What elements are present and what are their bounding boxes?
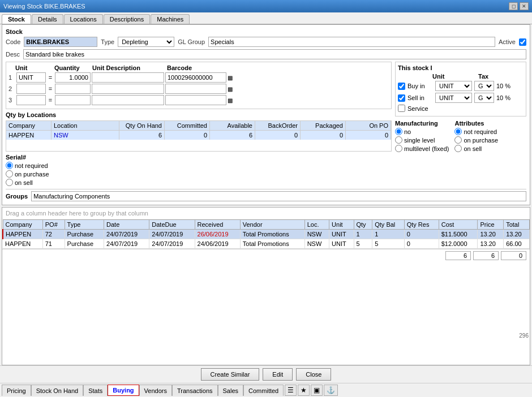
attr-label: Attributes (454, 120, 498, 127)
lower-section: Drag a column header here to group by th… (2, 207, 530, 365)
row2-desc[interactable] (92, 84, 164, 94)
icon-link[interactable]: ⚓ (324, 385, 338, 396)
mfg-multilevel[interactable]: multilevel (fixed) (395, 145, 449, 152)
th-total[interactable]: Total (504, 220, 530, 230)
buy-in-unit-select[interactable]: UNIT (435, 81, 472, 91)
measure-section: Unit Quantity Unit Description Barcode 1… (6, 62, 392, 109)
stock-section-label: Stock (6, 28, 526, 35)
sell-in-tax-select[interactable]: G (474, 93, 494, 103)
row1-qty[interactable] (55, 72, 91, 83)
page-number: 296 (519, 333, 529, 339)
row1-barcode[interactable] (165, 72, 226, 83)
th-qtybal[interactable]: Qty Bal (372, 220, 404, 230)
service-checkbox[interactable] (398, 105, 405, 112)
th-type[interactable]: Type (65, 220, 104, 230)
th-company[interactable]: Company (3, 220, 42, 230)
th-cost[interactable]: Cost (439, 220, 478, 230)
attributes-section: Attributes not required on purchase on s… (454, 120, 498, 153)
mfg-single[interactable]: single level (395, 136, 449, 144)
icon-chart[interactable]: ★ (298, 385, 310, 396)
col-unit-header: Unit (15, 64, 48, 71)
btab-stats[interactable]: Stats (83, 385, 108, 396)
groups-input[interactable]: Manufacturing Components (31, 191, 526, 201)
qty-onhand: 6 (119, 131, 165, 140)
th-unit[interactable]: Unit (329, 220, 354, 230)
manufacturing-section: Manufacturing no single level multilevel… (395, 120, 449, 153)
th-po[interactable]: PO# (42, 220, 65, 230)
code-input[interactable]: BIKE.BRAKES (24, 37, 97, 47)
qty-col-onhand: Qty On Hand (119, 121, 165, 130)
row2-barcode-icon[interactable]: ▩ (228, 86, 233, 92)
btab-stockonhand[interactable]: Stock On Hand (31, 385, 84, 396)
edit-button[interactable]: Edit (263, 368, 293, 381)
tab-machines[interactable]: Machines (151, 14, 190, 24)
sell-in-unit-select[interactable]: UNIT (435, 93, 472, 103)
attr-on-sell[interactable]: on sell (454, 145, 498, 152)
row3-barcode-icon[interactable]: ▩ (228, 97, 233, 103)
qty-data-row-1[interactable]: HAPPEN NSW 6 0 6 0 0 0 (6, 131, 391, 140)
buy-in-checkbox[interactable] (398, 83, 405, 90)
row1-date: 24/07/2019 (104, 230, 149, 239)
attr-not-required[interactable]: not required (454, 128, 498, 135)
close-button[interactable]: ✕ (520, 2, 529, 10)
row3-barcode[interactable] (165, 95, 226, 105)
row2-loc: NSW (304, 239, 329, 249)
qty-col-committed: Committed (165, 121, 210, 130)
buy-in-tax-select[interactable]: G (474, 81, 494, 91)
row1-eq: = (47, 74, 54, 81)
po-row-1[interactable]: HAPPEN 72 Purchase 24/07/2019 24/07/2019… (3, 230, 530, 239)
qty-col-company: Company (6, 121, 52, 130)
create-similar-button[interactable]: Create Similar (201, 368, 260, 381)
serial-on-sell[interactable]: on sell (6, 179, 49, 186)
tab-stock[interactable]: Stock (2, 14, 31, 24)
tab-descriptions[interactable]: Descriptions (104, 14, 151, 24)
th-vendor[interactable]: Vendor (240, 220, 304, 230)
btab-sales[interactable]: Sales (218, 385, 244, 396)
btab-vendors[interactable]: Vendors (139, 385, 172, 396)
row1-barcode-icon[interactable]: ▩ (228, 75, 233, 81)
row3-qty[interactable] (55, 95, 91, 105)
po-row-2[interactable]: HAPPEN 71 Purchase 24/07/2019 24/07/2019… (3, 239, 530, 249)
icon-copy[interactable]: ▣ (311, 385, 323, 396)
close-button-main[interactable]: Close (296, 368, 331, 381)
btab-committed[interactable]: Committed (243, 385, 284, 396)
th-qtyres[interactable]: Qty Res (404, 220, 439, 230)
sell-in-checkbox[interactable] (398, 94, 405, 102)
row2-barcode[interactable] (165, 84, 226, 94)
th-received[interactable]: Received (195, 220, 240, 230)
restore-button[interactable]: ◻ (509, 2, 518, 10)
row2-qty[interactable] (55, 84, 91, 94)
gl-group-input[interactable]: Specials (208, 37, 495, 47)
row3-unit[interactable] (16, 95, 46, 105)
row1-vendor: Total Promotions (240, 230, 304, 239)
serial-not-required[interactable]: not required (6, 162, 49, 169)
tab-locations[interactable]: Locations (64, 14, 103, 24)
row2-unit[interactable] (16, 84, 46, 94)
th-loc[interactable]: Loc. (304, 220, 329, 230)
desc-input[interactable]: Standard bike brakes (23, 49, 526, 59)
active-checkbox[interactable] (519, 38, 526, 46)
tab-details[interactable]: Details (32, 14, 63, 24)
attr-on-purchase[interactable]: on purchase (454, 136, 498, 144)
row1-qtyres: 0 (404, 230, 439, 239)
btab-buying[interactable]: Buying (108, 385, 139, 396)
row1-desc[interactable] (92, 72, 164, 83)
qty-col-onpo: On PO (346, 121, 391, 130)
th-price[interactable]: Price (478, 220, 504, 230)
row3-desc[interactable] (92, 95, 164, 105)
th-datedue[interactable]: DateDue (149, 220, 195, 230)
icon-table[interactable]: ☰ (285, 385, 297, 396)
btab-transactions[interactable]: Transactions (172, 385, 218, 396)
qty-section: Company Location Qty On Hand Committed A… (6, 120, 392, 152)
btab-pricing[interactable]: Pricing (2, 385, 31, 396)
row1-unit[interactable] (16, 72, 46, 83)
th-date[interactable]: Date (104, 220, 149, 230)
row1-datedue: 24/07/2019 (149, 230, 195, 239)
qty-available: 6 (210, 131, 255, 140)
mfg-no[interactable]: no (395, 128, 449, 135)
serial-on-purchase[interactable]: on purchase (6, 170, 49, 178)
th-qty[interactable]: Qty (354, 220, 372, 230)
qty-company: HAPPEN (6, 131, 52, 140)
type-select[interactable]: Depleting (118, 37, 174, 47)
this-stock-label: This stock I (398, 64, 524, 71)
